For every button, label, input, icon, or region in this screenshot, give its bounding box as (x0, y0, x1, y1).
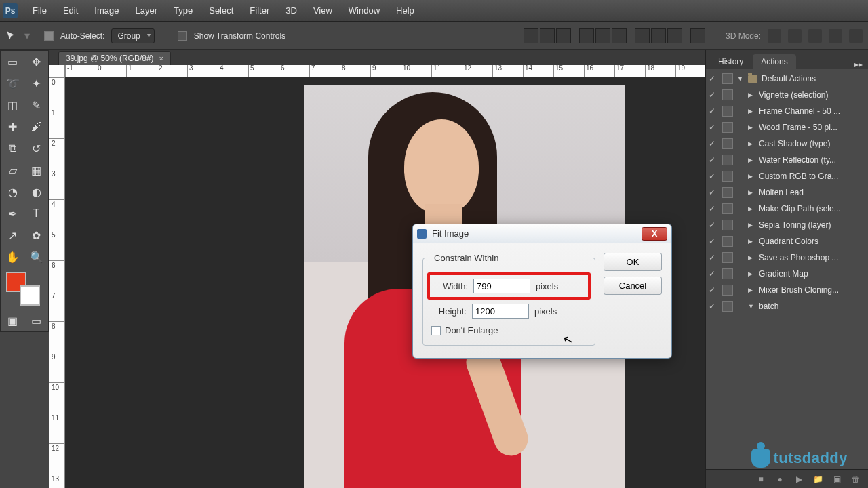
crop-tool[interactable]: ◫ (1, 94, 24, 116)
chevron-right-icon[interactable]: ▶ (748, 270, 755, 277)
action-row[interactable]: ✓▶Save as Photoshop ... (706, 249, 868, 266)
height-input[interactable] (472, 304, 529, 319)
distribute-btn[interactable] (651, 28, 666, 43)
toggle-icon[interactable]: ✓ (709, 155, 718, 165)
path-tool[interactable]: ↗ (1, 224, 24, 246)
action-row[interactable]: ✓▶Cast Shadow (type) (706, 136, 868, 152)
toggle-icon[interactable]: ✓ (709, 220, 718, 230)
chevron-right-icon[interactable]: ▶ (748, 173, 755, 180)
toggle-icon[interactable]: ✓ (709, 237, 718, 246)
action-set-row[interactable]: ✓ ▼ Default Actions (706, 70, 868, 87)
close-tab-icon[interactable]: × (159, 54, 163, 62)
action-row[interactable]: ✓▶Gradient Map (706, 266, 868, 282)
chevron-right-icon[interactable]: ▶ (748, 124, 755, 131)
move-tool[interactable]: ✥ (24, 51, 48, 73)
eraser-tool[interactable]: ▱ (1, 159, 24, 181)
align-btn[interactable] (612, 28, 627, 43)
shape-tool[interactable]: ✿ (24, 224, 48, 246)
3d-icon[interactable] (829, 29, 842, 43)
dont-enlarge-checkbox[interactable] (431, 326, 441, 336)
record-icon[interactable]: ● (774, 474, 785, 485)
ok-button[interactable]: OK (604, 253, 662, 271)
menu-filter[interactable]: Filter (241, 5, 277, 16)
color-swatches[interactable] (1, 268, 48, 310)
transform-checkbox[interactable] (178, 31, 187, 41)
distribute-btn[interactable] (690, 28, 705, 43)
chevron-right-icon[interactable]: ▶ (748, 92, 755, 98)
type-tool[interactable]: T (24, 203, 48, 224)
chevron-right-icon[interactable]: ▶ (748, 222, 755, 228)
dialog-toggle-icon[interactable] (722, 220, 733, 230)
align-btn[interactable] (540, 28, 555, 43)
action-row[interactable]: ✓▶Vignette (selection) (706, 87, 868, 103)
action-row[interactable]: ✓▶Sepia Toning (layer) (706, 217, 868, 233)
new-set-icon[interactable]: 📁 (812, 474, 823, 485)
hand-tool[interactable]: ✋ (1, 246, 24, 268)
auto-select-dropdown[interactable]: Group (111, 28, 154, 43)
chevron-right-icon[interactable]: ▶ (748, 287, 755, 293)
menu-type[interactable]: Type (165, 5, 201, 16)
distribute-btn[interactable] (635, 28, 650, 43)
action-row[interactable]: ✓▶Make Clip Path (sele... (706, 201, 868, 217)
panel-expand-icon[interactable]: ▸▸ (854, 60, 863, 69)
toggle-icon[interactable]: ✓ (709, 285, 718, 295)
action-row[interactable]: ✓▶Custom RGB to Gra... (706, 168, 868, 184)
dialog-toggle-icon[interactable] (722, 155, 733, 165)
action-row[interactable]: ✓▶Water Reflection (ty... (706, 152, 868, 168)
dialog-toggle-icon[interactable] (722, 252, 733, 263)
cancel-button[interactable]: Cancel (604, 277, 662, 295)
dialog-toggle-icon[interactable] (722, 138, 733, 149)
blur-tool[interactable]: ◔ (1, 181, 24, 203)
toggle-icon[interactable]: ✓ (709, 188, 718, 197)
action-row[interactable]: ✓▼batch (706, 298, 868, 314)
pen-tool[interactable]: ✒ (1, 203, 24, 224)
action-row[interactable]: ✓▶Mixer Brush Cloning... (706, 282, 868, 298)
chevron-down-icon[interactable]: ▼ (737, 75, 744, 82)
menu-layer[interactable]: Layer (127, 5, 166, 16)
action-row[interactable]: ✓▶Quadrant Colors (706, 233, 868, 249)
eyedropper-tool[interactable]: ✎ (24, 94, 48, 116)
lasso-tool[interactable]: ➰ (1, 73, 24, 94)
align-btn[interactable] (579, 28, 594, 43)
toggle-icon[interactable]: ✓ (709, 302, 718, 311)
gradient-tool[interactable]: ▦ (24, 159, 48, 181)
chevron-right-icon[interactable]: ▶ (748, 140, 755, 147)
menu-image[interactable]: Image (86, 5, 127, 16)
toggle-icon[interactable]: ✓ (709, 123, 718, 132)
toggle-icon[interactable]: ✓ (709, 269, 718, 279)
width-input[interactable] (473, 279, 530, 293)
action-row[interactable]: ✓▶Frame Channel - 50 ... (706, 103, 868, 119)
toggle-icon[interactable]: ✓ (709, 74, 718, 83)
toggle-icon[interactable]: ✓ (709, 171, 718, 181)
dialog-toggle-icon[interactable] (722, 171, 733, 182)
healing-tool[interactable]: ✚ (1, 116, 24, 138)
toggle-icon[interactable]: ✓ (709, 90, 718, 100)
stamp-tool[interactable]: ⧉ (1, 138, 24, 159)
dialog-toggle-icon[interactable] (722, 301, 733, 312)
brush-tool[interactable]: 🖌 (24, 116, 48, 138)
chevron-right-icon[interactable]: ▶ (748, 189, 755, 196)
action-row[interactable]: ✓▶Wood Frame - 50 pi... (706, 119, 868, 136)
toggle-icon[interactable]: ✓ (709, 204, 718, 214)
zoom-tool[interactable]: 🔍 (24, 246, 48, 268)
menu-edit[interactable]: Edit (55, 5, 86, 16)
new-action-icon[interactable]: ▣ (831, 474, 842, 485)
quickmask-icon[interactable]: ▣ (7, 314, 18, 327)
history-tab[interactable]: History (710, 54, 751, 69)
chevron-down-icon[interactable]: ▼ (748, 303, 755, 310)
dialog-titlebar[interactable]: Fit Image X (413, 224, 671, 243)
dialog-toggle-icon[interactable] (722, 268, 733, 279)
align-btn[interactable] (595, 28, 610, 43)
distribute-btn[interactable] (667, 28, 682, 43)
dialog-toggle-icon[interactable] (722, 106, 733, 117)
magic-wand-tool[interactable]: ✦ (24, 73, 48, 94)
menu-window[interactable]: Window (340, 5, 388, 16)
3d-icon[interactable] (808, 29, 822, 43)
align-btn[interactable] (556, 28, 571, 43)
document-tab[interactable]: 39.jpg @ 50% (RGB/8#) × (58, 51, 171, 65)
marquee-tool[interactable]: ▭ (1, 51, 24, 73)
dialog-toggle-icon[interactable] (722, 187, 733, 198)
toggle-icon[interactable]: ✓ (709, 139, 718, 148)
toggle-icon[interactable]: ✓ (709, 106, 718, 116)
dialog-toggle-icon[interactable] (722, 73, 733, 84)
